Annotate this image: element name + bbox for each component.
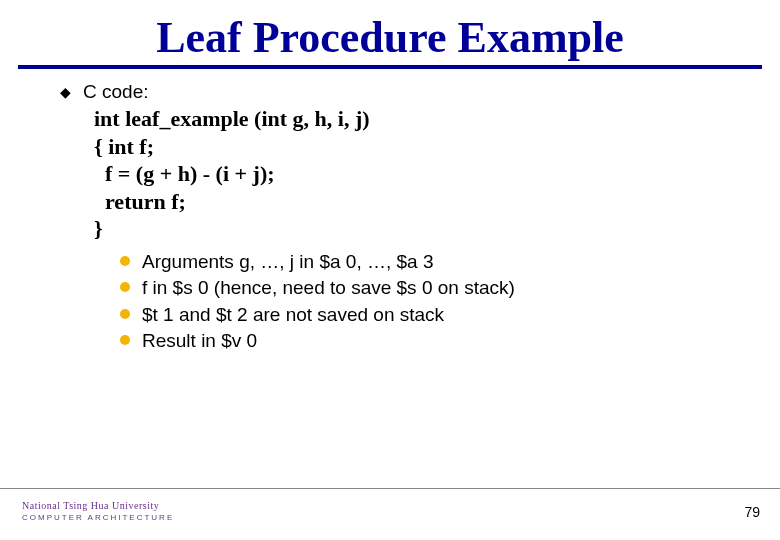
slide-content: ◆ C code: int leaf_example (int g, h, i,… xyxy=(0,81,780,354)
bullet-text: $t 1 and $t 2 are not saved on stack xyxy=(142,302,444,328)
bullet-text: Arguments g, …, j in $a 0, …, $a 3 xyxy=(142,249,433,275)
list-item: f in $s 0 (hence, need to save $s 0 on s… xyxy=(120,275,740,301)
footer-branding: National Tsing Hua University COMPUTER A… xyxy=(22,500,174,522)
bullet-dot-icon xyxy=(120,335,130,345)
bullet-dot-icon xyxy=(120,282,130,292)
footer: National Tsing Hua University COMPUTER A… xyxy=(0,488,780,526)
section-heading: ◆ C code: xyxy=(60,81,740,103)
department-name: COMPUTER ARCHITECTURE xyxy=(22,513,174,522)
list-item: Result in $v 0 xyxy=(120,328,740,354)
page-number: 79 xyxy=(744,504,760,520)
bullet-text: f in $s 0 (hence, need to save $s 0 on s… xyxy=(142,275,515,301)
diamond-bullet-icon: ◆ xyxy=(60,85,71,99)
slide-title: Leaf Procedure Example xyxy=(18,0,762,69)
bullet-text: Result in $v 0 xyxy=(142,328,257,354)
bullet-dot-icon xyxy=(120,309,130,319)
bullet-list: Arguments g, …, j in $a 0, …, $a 3 f in … xyxy=(120,249,740,355)
university-name: National Tsing Hua University xyxy=(22,500,174,511)
list-item: $t 1 and $t 2 are not saved on stack xyxy=(120,302,740,328)
heading-text: C code: xyxy=(83,81,148,103)
bullet-dot-icon xyxy=(120,256,130,266)
code-block: int leaf_example (int g, h, i, j) { int … xyxy=(94,105,740,243)
list-item: Arguments g, …, j in $a 0, …, $a 3 xyxy=(120,249,740,275)
